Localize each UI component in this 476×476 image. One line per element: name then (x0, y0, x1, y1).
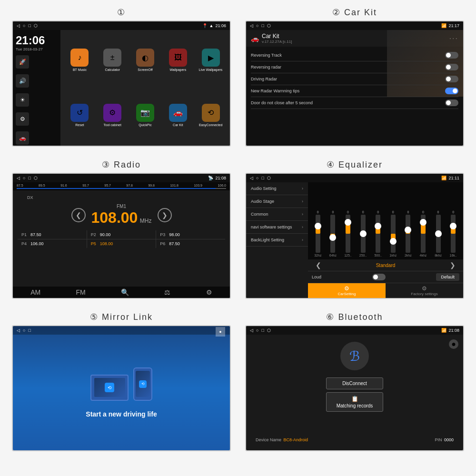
setting-reversing-track: Reversing Track (251, 50, 458, 61)
apps-left-panel: 21:06 Tue 2018-03-27 🚀 🔊 ☀ ⚙ 🚗 ⚙ (13, 30, 60, 146)
setting-door-close: Door do not close after 5 second (251, 97, 458, 109)
app-calculator[interactable]: ± Calculator (97, 34, 128, 87)
app-tool-cabinet[interactable]: ⚙ Tool cabinet (97, 89, 128, 142)
setting-radar-warning: New Radar Warnning tips (251, 85, 458, 97)
eq-menu-audio-setting[interactable]: Audio Setting› (246, 182, 308, 195)
left-icon-car[interactable]: 🚗 (16, 131, 29, 145)
eq-tab-factory[interactable]: ⚙ Factory settings (386, 283, 463, 298)
app-screenoff[interactable]: ◐ ScreenOff (130, 34, 161, 87)
app-label-bt-music: BT Music (73, 68, 87, 72)
section-bluetooth: ⑥ Bluetooth ◁ ○ □ ⬡ 📶 21:08 ● ℬ (238, 309, 471, 462)
radio-am-button[interactable]: AM (30, 288, 40, 296)
eq-bar-250..[interactable]: 0 250.. (357, 210, 369, 257)
eq-default-button[interactable]: Default (436, 273, 459, 281)
preset-p1[interactable]: P1 87.50 (18, 230, 87, 239)
bt-device-name-label: Device Name (256, 437, 281, 442)
bt-pin-label: PIN (435, 437, 442, 442)
section-title-mirror: ⑤ Mirror Link (90, 312, 153, 322)
app-icon-easy-connected: ⟲ (202, 104, 220, 122)
toggle-driving-radar[interactable] (445, 76, 458, 82)
radio-freq-bar: 87.5 89.5 91.6 93.7 95.7 97.8 99.8 101.8… (13, 182, 230, 190)
eq-screen: ◁ ○ □ ⬡ 📶 21:11 Audio Setting› Audio Sta… (245, 173, 464, 299)
eq-menu-navi[interactable]: navi software settings› (246, 221, 308, 234)
toggle-door-close[interactable] (445, 99, 458, 106)
bt-matching-icon: 📋 (351, 396, 358, 402)
eq-bar-4khz[interactable]: 0 4khz (417, 210, 429, 257)
radio-search-icon[interactable]: 🔍 (121, 288, 129, 296)
eq-loud-row: Loud Default (308, 271, 463, 283)
left-icon-sound[interactable]: 🔊 (16, 74, 29, 88)
section-mirror: ⑤ Mirror Link ◁ ○ □ ● ⟲ (5, 309, 238, 462)
bt-disconnect-button[interactable]: DisConnect (326, 377, 383, 389)
left-icon-rocket[interactable]: 🚀 (16, 55, 29, 69)
app-easy-connected[interactable]: ⟲ EasyCon­nected (195, 89, 226, 142)
app-label-quickpic: QuickPic (139, 123, 152, 127)
eq-bar-32hz[interactable]: 0 32hz (312, 210, 324, 257)
app-quickpic[interactable]: 📷 QuickPic (130, 89, 161, 142)
section-title-apps: ① (117, 7, 126, 18)
eq-prev-button[interactable]: ❮ (312, 261, 325, 269)
preset-p3[interactable]: P3 98.00 (156, 230, 225, 239)
eq-bar-2khz[interactable]: 0 2khz (402, 210, 415, 257)
eq-menu-backlight[interactable]: BackLight Setting› (246, 234, 308, 247)
eq-next-button[interactable]: ❯ (446, 261, 459, 269)
eq-tab-carsetting[interactable]: ⚙ CarSetting (308, 283, 386, 298)
left-icon-settings[interactable]: ⚙ (16, 112, 29, 126)
preset-p5[interactable]: P5 108.00 (87, 239, 156, 248)
mirror-devices: ⟲ ⟲ (90, 367, 152, 401)
radio-eq-icon[interactable]: ⚖ (164, 288, 170, 296)
app-label-wallpapers: Wall­papers (169, 68, 186, 72)
eq-bar-500..[interactable]: 0 500.. (372, 210, 384, 257)
carkit-settings: Reversing Track Reversing radar Driving … (246, 47, 463, 112)
setting-reversing-radar: Reversing radar (251, 61, 458, 73)
section-title-bluetooth: ⑥ Bluetooth (326, 312, 383, 322)
phone-device: ⟲ (133, 367, 152, 401)
carkit-body: 🚗 Car Kit v.17.12.27A [c.11] ··· Reversi… (246, 30, 463, 146)
status-bar-eq: ◁ ○ □ ⬡ 📶 21:11 (246, 174, 463, 182)
carkit-version: v.17.12.27A [c.11] (262, 40, 292, 44)
app-bt-music[interactable]: ♪ BT Music (64, 34, 95, 87)
preset-p4[interactable]: P4 106.00 (18, 239, 87, 248)
apps-grid: ♪ BT Music ± Calculator ◐ ScreenOff 🖼 Wa… (60, 30, 230, 146)
bt-body: ● ℬ DisConnect 📋 Matching records Device… (246, 335, 463, 450)
toggle-reversing-track[interactable] (445, 52, 458, 59)
app-icon-live-wallpapers: ▶ (202, 49, 220, 67)
eq-bar-125..[interactable]: 0 125.. (342, 210, 354, 257)
status-bar-mirror: ◁ ○ □ ● (13, 326, 230, 335)
left-icon-brightness[interactable]: ☀ (16, 93, 29, 107)
preset-p6[interactable]: P6 87.50 (156, 239, 225, 248)
mirror-body: ⟲ ⟲ Start a new driving life (13, 335, 230, 450)
radio-settings-icon[interactable]: ⚙ (206, 288, 212, 296)
radio-main: DX ❮ FM1 108.00 MHz ❯ (13, 190, 230, 287)
app-icon-wallpapers: 🖼 (169, 49, 187, 67)
preset-p2[interactable]: P2 90.00 (87, 230, 156, 239)
eq-menu-audio-stage[interactable]: Audio Stage› (246, 195, 308, 208)
app-live-wallpapers[interactable]: ▶ Live Wall­papers (195, 34, 226, 87)
radio-next-button[interactable]: ❯ (158, 208, 172, 222)
eq-body: Audio Setting› Audio Stage› Common› navi… (246, 182, 463, 298)
radio-station-info: ❮ FM1 108.00 MHz ❯ (71, 204, 172, 227)
radio-freq-display: FM1 108.00 MHz (91, 204, 152, 227)
headunit-screen: ⟲ (94, 378, 125, 397)
eq-bar-64hz[interactable]: 0 64hz (327, 210, 339, 257)
status-bar-radio: ◁ ○ □ ⬡ 📡 21:08 (13, 174, 230, 182)
toggle-reversing-radar[interactable] (445, 64, 458, 70)
app-reset[interactable]: ↺ Reset (64, 89, 95, 142)
radio-fm-button[interactable]: FM (76, 288, 86, 296)
toggle-radar-warning[interactable] (445, 88, 458, 94)
apps-date: Tue 2018-03-27 (16, 47, 58, 51)
toggle-loud[interactable] (372, 274, 386, 280)
bt-device-info: Device Name BC8-Android PIN 0000 (256, 430, 454, 443)
bt-matching-records-button[interactable]: 📋 Matching records (326, 392, 383, 412)
section-title-equalizer: ④ Equalizer (327, 159, 383, 170)
eq-menu-common[interactable]: Common› (246, 208, 308, 221)
radio-controls: AM FM 🔍 ⚖ ⚙ (13, 287, 230, 298)
eq-bar-8khz[interactable]: 0 8khz (432, 210, 445, 257)
eq-tabs: ⚙ CarSetting ⚙ Factory settings (308, 283, 463, 298)
radio-prev-button[interactable]: ❮ (71, 208, 86, 222)
app-wallpapers[interactable]: 🖼 Wall­papers (162, 34, 193, 87)
app-car-kit[interactable]: 🚗 Car Kit (162, 89, 193, 142)
radio-presets: P1 87.50 P2 90.00 P3 98.00 P4 (18, 230, 225, 248)
eq-bar-1khz[interactable]: 0 1khz (387, 210, 399, 257)
eq-bar-16k..[interactable]: 0 16k.. (447, 210, 459, 257)
